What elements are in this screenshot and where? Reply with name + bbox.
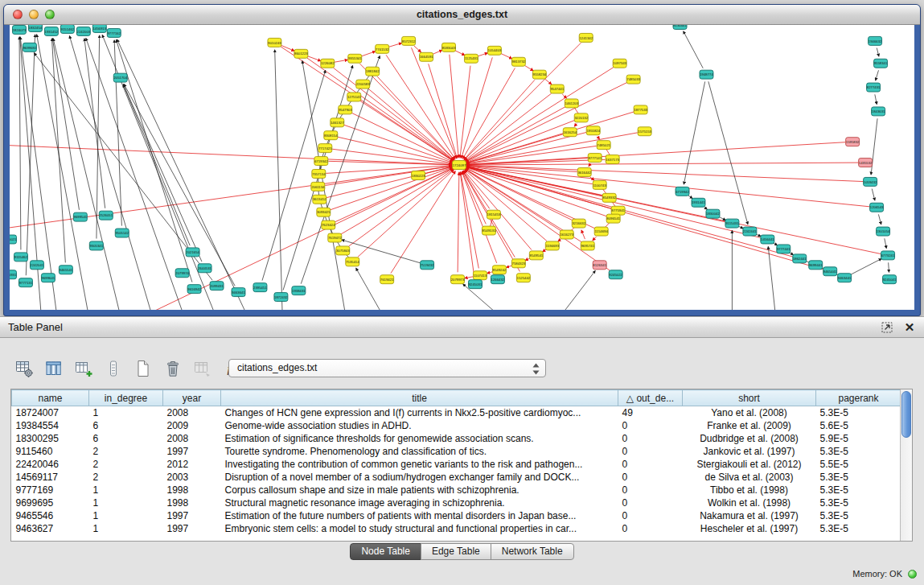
graph-edge[interactable] <box>356 268 387 310</box>
graph-edge[interactable] <box>768 246 776 310</box>
table-row[interactable]: 946554611997Estimation of the future num… <box>12 509 901 522</box>
graph-edge[interactable] <box>466 163 858 165</box>
table-cell[interactable]: 6 <box>89 419 163 432</box>
table-cell[interactable]: 5.3E-5 <box>816 522 901 535</box>
table-cell[interactable]: 5.3E-5 <box>816 471 901 484</box>
graph-node[interactable]: 9115462 <box>14 253 27 262</box>
graph-node[interactable]: 3616442 <box>577 167 591 176</box>
graph-node[interactable]: 8183043 <box>442 43 456 51</box>
graph-node[interactable]: 7485033 <box>626 75 640 84</box>
graph-edge[interactable] <box>362 51 376 56</box>
graph-node[interactable]: 9151462 <box>60 25 74 33</box>
tab-network-table[interactable]: Network Table <box>491 543 574 560</box>
graph-edge[interactable] <box>466 107 565 162</box>
graph-node[interactable]: 1955824 <box>586 126 600 135</box>
table-cell[interactable]: 22420046 <box>12 458 89 471</box>
graph-node[interactable]: 3220132 <box>574 113 588 122</box>
graph-node[interactable]: 1461327 <box>331 118 344 127</box>
graph-node[interactable]: 9699641 <box>41 274 55 282</box>
table-cell[interactable]: 18724007 <box>12 406 89 420</box>
graph-edge[interactable] <box>684 81 704 184</box>
network-canvas[interactable]: 1724097188184222005831275141954790314613… <box>10 25 914 310</box>
table-cell[interactable]: 0 <box>618 432 683 445</box>
graph-node[interactable]: 9695741 <box>581 241 594 250</box>
table-cell[interactable]: 9463627 <box>12 522 89 535</box>
network-window-titlebar[interactable]: citations_edges.txt <box>4 5 920 25</box>
graph-edge[interactable] <box>487 272 493 274</box>
graph-node[interactable]: 1456913 <box>92 25 106 32</box>
table-cell[interactable]: Estimation of significance thresholds fo… <box>221 432 618 445</box>
graph-node[interactable]: 1595832 <box>846 138 860 146</box>
graph-node[interactable]: 9010243 <box>268 38 281 47</box>
graph-edge[interactable] <box>433 50 441 54</box>
graph-node[interactable]: 1461203 <box>565 99 578 108</box>
table-cell[interactable]: 5.3E-5 <box>816 484 901 496</box>
table-cell[interactable]: Hescheler et al. (1997) <box>683 522 816 535</box>
graph-edge[interactable] <box>598 137 599 139</box>
graph-edge[interactable] <box>851 259 881 275</box>
graph-edge[interactable] <box>739 226 744 229</box>
graph-edge[interactable] <box>429 64 458 158</box>
zoom-window-button[interactable] <box>45 10 55 19</box>
table-cell[interactable]: 2 <box>89 471 163 484</box>
column-header[interactable]: year <box>163 390 221 406</box>
graph-edge[interactable] <box>506 266 511 267</box>
new-table-button[interactable] <box>132 357 154 380</box>
graph-node[interactable]: 3093425 <box>317 208 331 216</box>
table-cell[interactable]: 0 <box>618 522 683 535</box>
graph-node[interactable]: 1097343 <box>613 59 626 68</box>
table-cell[interactable]: 2 <box>89 458 163 471</box>
graph-edge[interactable] <box>461 172 479 269</box>
graph-edge[interactable] <box>326 166 452 174</box>
graph-edge[interactable] <box>688 196 692 199</box>
graph-node[interactable]: 1830042 <box>706 209 720 218</box>
graph-node[interactable]: 7535414 <box>346 257 359 266</box>
graph-edge[interactable] <box>358 170 454 257</box>
float-panel-icon[interactable] <box>881 321 893 334</box>
graph-edge[interactable] <box>52 39 79 210</box>
graph-node[interactable]: 2021654 <box>186 248 199 257</box>
table-cell[interactable]: 2003 <box>163 471 221 484</box>
graph-node[interactable]: 1059432 <box>864 177 877 186</box>
table-row[interactable]: 1872400712008Changes of HCN gene express… <box>12 406 901 420</box>
graph-node[interactable]: 3613452 <box>313 195 326 204</box>
table-cell[interactable]: 1997 <box>163 509 221 522</box>
column-header[interactable]: △ out_de... <box>618 390 683 406</box>
graph-node[interactable]: 8777141 <box>588 154 602 163</box>
row-tools-button[interactable] <box>102 357 125 380</box>
close-panel-icon[interactable]: ✕ <box>903 321 916 334</box>
table-cell[interactable]: Jankovic et al. (1997) <box>683 445 816 458</box>
table-cell[interactable]: 49 <box>618 406 683 420</box>
table-cell[interactable]: Nakamura et al. (1997) <box>683 509 816 522</box>
close-window-button[interactable] <box>13 10 23 19</box>
table-cell[interactable]: 2008 <box>163 432 221 445</box>
graph-node[interactable]: 7584323 <box>511 259 525 268</box>
graph-edge[interactable] <box>464 80 535 159</box>
graph-node[interactable]: 9245022 <box>609 270 622 279</box>
graph-edge[interactable] <box>335 60 347 62</box>
graph-node[interactable]: 1843631 <box>872 107 885 116</box>
graph-node[interactable]: 8308154 <box>324 131 338 140</box>
graph-node[interactable]: 6773241 <box>881 251 895 260</box>
table-cell[interactable]: Franke et al. (2009) <box>683 419 816 432</box>
table-cell[interactable]: 1 <box>89 406 163 420</box>
graph-node[interactable]: 9547441 <box>550 84 564 93</box>
graph-edge[interactable] <box>275 50 283 310</box>
graph-node[interactable]: 2395451 <box>253 283 267 292</box>
table-cell[interactable]: Structural magnetic resonance image aver… <box>221 496 618 509</box>
graph-node[interactable]: 8601223 <box>294 49 308 58</box>
graph-edge[interactable] <box>97 35 100 239</box>
graph-edge[interactable] <box>338 137 452 163</box>
graph-edge[interactable] <box>708 81 748 225</box>
graph-edge[interactable] <box>684 31 703 68</box>
graph-edge[interactable] <box>123 84 190 245</box>
graph-node[interactable]: 7619472 <box>328 233 342 242</box>
graph-node[interactable]: 8549242 <box>492 266 506 274</box>
graph-node[interactable]: 1637173 <box>606 155 619 164</box>
graph-node[interactable]: 1872432 <box>274 293 288 302</box>
import-table-button[interactable] <box>191 357 214 380</box>
graph-edge[interactable] <box>69 36 154 310</box>
table-cell[interactable]: 1 <box>89 496 163 509</box>
table-cell[interactable]: Tourette syndrome. Phenomenology and cla… <box>221 445 618 458</box>
table-cell[interactable]: 2012 <box>163 458 221 471</box>
